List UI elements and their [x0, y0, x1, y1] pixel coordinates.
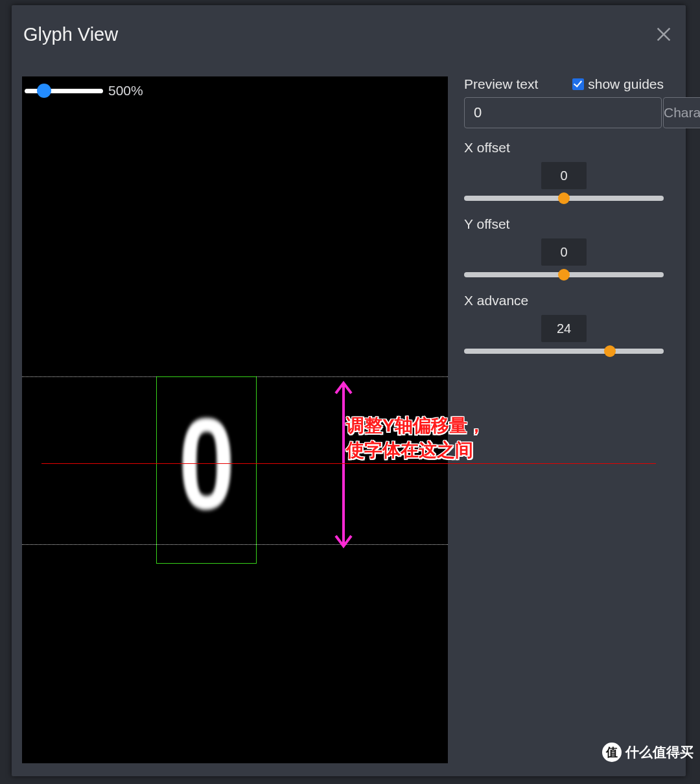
watermark: 值 什么值得买: [602, 743, 694, 762]
control-value: 24: [541, 315, 587, 342]
modal-title: Glyph View: [23, 24, 118, 45]
control-x-advance: X advance24: [464, 293, 664, 354]
slider-thumb[interactable]: [604, 345, 616, 357]
watermark-badge: 值: [602, 743, 622, 762]
slider-thumb[interactable]: [558, 269, 570, 281]
annotation-text: 调整Y轴偏移量， 使字体在这之间: [346, 413, 485, 463]
show-guides-checkbox[interactable]: show guides: [572, 76, 664, 92]
y-range-arrow-icon: [331, 379, 356, 550]
close-icon[interactable]: [655, 25, 673, 43]
glyph-bounding-box: 0: [156, 376, 257, 564]
dropdown-label: Characters: [664, 105, 700, 121]
control-label: X advance: [464, 293, 664, 308]
controls-panel: Preview text show guides Characters ▼ X …: [464, 76, 664, 369]
preview-text-input[interactable]: [464, 97, 662, 128]
glyph-preview: 500% 0 调整Y轴偏移量， 使字体在这之间: [22, 76, 448, 763]
modal-header: Glyph View: [12, 5, 686, 63]
control-label: X offset: [464, 140, 664, 156]
control-value: 0: [541, 238, 587, 266]
show-guides-input[interactable]: [572, 78, 584, 90]
preview-text-label: Preview text: [464, 76, 538, 92]
zoom-value: 500%: [108, 83, 143, 98]
show-guides-label: show guides: [588, 76, 664, 92]
control-slider[interactable]: [464, 272, 664, 277]
glyph-view-modal: Glyph View 500% 0: [12, 5, 686, 776]
control-value: 0: [541, 162, 587, 189]
zoom-slider[interactable]: [25, 89, 103, 93]
slider-thumb[interactable]: [558, 192, 570, 204]
annotation-line2: 使字体在这之间: [346, 438, 485, 463]
control-x-offset: X offset0: [464, 140, 664, 201]
control-slider[interactable]: [464, 349, 664, 354]
zoom-slider-thumb[interactable]: [37, 84, 51, 98]
control-y-offset: Y offset0: [464, 216, 664, 277]
control-label: Y offset: [464, 216, 664, 232]
watermark-text: 什么值得买: [625, 743, 694, 761]
baseline-guide: [41, 463, 656, 464]
control-slider[interactable]: [464, 196, 664, 201]
annotation-line1: 调整Y轴偏移量，: [346, 413, 485, 438]
preview-mode-dropdown[interactable]: Characters ▼: [663, 97, 700, 128]
